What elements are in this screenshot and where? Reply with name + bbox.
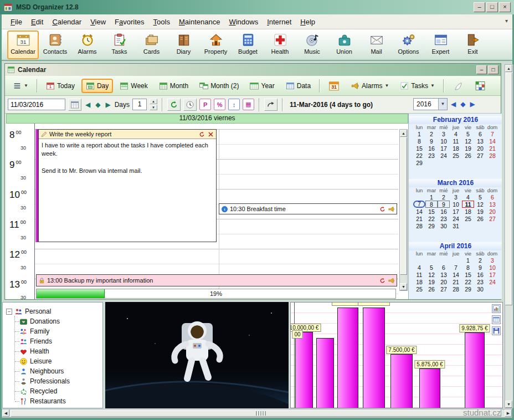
event-backup-information[interactable]: 13:00 Backup my important information <box>36 274 397 286</box>
tree-expander[interactable]: − <box>6 309 12 315</box>
refresh-button[interactable] <box>167 99 181 111</box>
view-tab-data[interactable]: Data <box>281 79 315 93</box>
view-toggle-fit[interactable]: ↕ <box>228 99 240 110</box>
date-cell[interactable]: 21 <box>486 145 498 152</box>
toolbar-cards[interactable]: Cards <box>136 30 167 59</box>
date-cell[interactable]: 10 <box>450 201 462 208</box>
date-cell[interactable]: 3 <box>438 130 450 137</box>
date-cell[interactable]: 30 <box>438 222 450 229</box>
horizontal-scrollbar[interactable]: ◀ ▶ <box>2 409 512 418</box>
toolbar-union[interactable]: Union <box>328 30 360 59</box>
event-breakfast-time[interactable]: i 10:30 Breakfast time <box>219 203 397 214</box>
date-cell[interactable]: 13 <box>438 271 450 278</box>
date-cell[interactable]: 23 <box>438 215 450 222</box>
jump-to-event-button[interactable] <box>264 99 277 111</box>
date-cell[interactable]: 26 <box>425 285 438 293</box>
date-cell[interactable]: 16 <box>425 145 438 152</box>
toolbar-contacts[interactable]: Contacts <box>39 30 71 59</box>
date-cell[interactable]: 1 <box>425 193 438 201</box>
export-excel-button[interactable] <box>470 78 490 94</box>
date-cell[interactable]: 6 <box>474 130 486 137</box>
date-cell[interactable]: 4 <box>413 264 425 271</box>
date-cell[interactable]: 11 <box>462 201 474 208</box>
prev-year-button[interactable]: ◀ <box>450 100 457 108</box>
date-cell[interactable]: 24 <box>450 215 462 222</box>
days-increment-button[interactable]: ▲ <box>150 99 157 104</box>
date-cell[interactable]: 2 <box>425 130 438 137</box>
date-cell[interactable]: 25 <box>450 152 462 159</box>
date-cell[interactable]: 18 <box>413 278 425 285</box>
tree-item-friends[interactable]: Friends <box>19 337 52 346</box>
date-cell[interactable]: 9 <box>438 201 450 208</box>
recurrence-icon[interactable] <box>379 277 386 284</box>
date-cell[interactable]: 6 <box>486 193 498 201</box>
tree-item-restaurants[interactable]: Restaurants <box>19 397 66 406</box>
calendar-menu-button[interactable]: ▼ <box>8 79 33 93</box>
date-cell[interactable]: 27 <box>438 285 450 293</box>
date-cell[interactable]: 28 <box>413 222 425 229</box>
view-toggle-percent[interactable]: % <box>214 99 225 110</box>
year-select[interactable]: 2016 ▼ <box>413 98 448 110</box>
tree-item-leisure[interactable]: Leisure <box>19 357 52 366</box>
date-cell[interactable]: 17 <box>486 271 498 278</box>
time-scale-button[interactable] <box>183 99 197 111</box>
date-cell[interactable]: 20 <box>438 278 450 285</box>
toolbar-alarms[interactable]: Alarms <box>71 30 103 59</box>
date-cell[interactable]: 29 <box>462 285 474 293</box>
view-tab-year[interactable]: Year <box>245 79 279 93</box>
view-toggle-pages[interactable]: P <box>199 99 211 110</box>
date-cell[interactable]: 4 <box>450 130 462 137</box>
date-cell[interactable]: 7 <box>486 130 498 137</box>
alarm-horn-icon[interactable] <box>388 206 395 213</box>
date-cell[interactable]: 1 <box>462 257 474 264</box>
scroll-up-button[interactable]: ▲ <box>505 65 512 72</box>
scroll-up-button[interactable]: ▲ <box>400 130 407 137</box>
scroll-thumb[interactable] <box>400 137 407 275</box>
maximize-button[interactable]: □ <box>486 2 498 12</box>
tree-item-professionals[interactable]: Professionals <box>19 377 70 386</box>
date-cell[interactable]: 14 <box>413 208 425 215</box>
date-cell[interactable]: 20 <box>474 145 486 152</box>
tree-item-health[interactable]: Health <box>19 347 49 356</box>
date-cell[interactable]: 9 <box>425 137 438 145</box>
date-cell[interactable]: 19 <box>425 278 438 285</box>
date-cell[interactable]: 12 <box>425 271 438 278</box>
close-button[interactable]: × <box>499 2 511 12</box>
date-cell[interactable]: 5 <box>462 130 474 137</box>
calendar-maximize-button[interactable]: □ <box>488 65 498 74</box>
menu-tools[interactable]: Tools <box>149 16 174 28</box>
date-cell[interactable]: 25 <box>462 215 474 222</box>
date-cell[interactable]: 19 <box>474 208 486 215</box>
tree-item-donations[interactable]: Donations <box>19 317 60 326</box>
minimize-button[interactable]: – <box>474 2 485 12</box>
date-cell[interactable]: 28 <box>450 285 462 293</box>
next-year-button[interactable]: ▶ <box>469 100 476 108</box>
toolbar-calendar[interactable]: 31Calendar <box>7 30 39 59</box>
scroll-right-button[interactable]: ▶ <box>505 409 512 417</box>
date-cell[interactable]: 25 <box>413 285 425 293</box>
chart-type-button[interactable] <box>492 304 501 313</box>
goto-today-button[interactable]: ◆ <box>94 101 101 109</box>
date-cell[interactable]: 23 <box>474 278 486 285</box>
date-cell[interactable]: 7 <box>413 201 425 208</box>
date-cell[interactable]: 23 <box>425 152 438 159</box>
toolbar-expert[interactable]: Expert <box>425 30 456 59</box>
date-cell[interactable]: 27 <box>486 215 498 222</box>
date-cell[interactable]: 10 <box>486 264 498 271</box>
menu-help[interactable]: Help <box>296 16 320 28</box>
date-cell[interactable]: 11 <box>413 271 425 278</box>
toolbar-tasks[interactable]: Tasks <box>104 30 135 59</box>
menu-overflow-chevron[interactable]: ▾ <box>505 18 508 24</box>
date-cell[interactable]: 31 <box>450 222 462 229</box>
date-cell[interactable]: 29 <box>413 159 425 166</box>
publish-button[interactable] <box>448 78 468 94</box>
date-cell[interactable]: 26 <box>462 152 474 159</box>
date-cell[interactable]: 21 <box>450 278 462 285</box>
date-cell[interactable]: 22 <box>413 152 425 159</box>
chart-save-button[interactable] <box>492 326 501 335</box>
date-cell[interactable]: 18 <box>450 145 462 152</box>
date-cell[interactable]: 5 <box>474 193 486 201</box>
scroll-thumb[interactable] <box>11 409 501 417</box>
date-cell[interactable]: 17 <box>450 208 462 215</box>
days-decrement-button[interactable]: ▼ <box>150 105 157 110</box>
